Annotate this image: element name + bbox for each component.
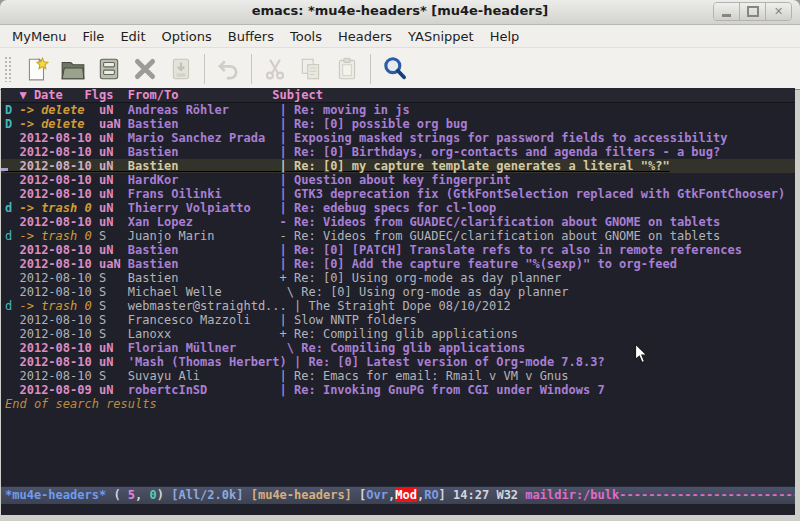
x-icon xyxy=(132,56,158,82)
message-row[interactable]: 2012-08-10 uN Xan Lopez - Re: Videos fro… xyxy=(1,215,795,229)
message-row[interactable]: 2012-08-09 uN robertcInSD | Re: Invoking… xyxy=(1,383,795,397)
modeline-segment-plain xyxy=(243,488,250,502)
window-title: emacs: *mu4e-headers* [mu4e-headers] xyxy=(0,3,800,18)
minimize-icon xyxy=(722,14,731,17)
emacs-frame: ▼ Date Flgs From/To Subject D -> delete … xyxy=(1,88,795,515)
close-buffer-button[interactable] xyxy=(127,52,163,86)
menu-item-help[interactable]: Help xyxy=(482,27,528,46)
modeline-segment-buffer: *mu4e-headers* xyxy=(5,488,106,502)
toolbar xyxy=(0,48,800,90)
modeline-segment-line: 5 xyxy=(128,488,135,502)
modeline-segment-plain: ( xyxy=(106,488,128,502)
modeline-segment-plain: 14:27 W32 xyxy=(453,488,525,502)
modeline-segment-size: [All/2.0k] xyxy=(171,488,243,502)
modeline-segment-plain: ) xyxy=(157,488,171,502)
message-row[interactable]: 2012-08-10 uN Mario Sanchez Prada | Expo… xyxy=(1,131,795,145)
modeline-segment-major-mode: [mu4e-headers] xyxy=(251,488,352,502)
undo-icon xyxy=(215,56,241,82)
copy-icon xyxy=(298,56,324,82)
emacs-window: emacs: *mu4e-headers* [mu4e-headers] ✕ M… xyxy=(0,0,800,521)
message-row[interactable]: 2012-08-10 uN Frans Oilinki | GTK3 depre… xyxy=(1,187,795,201)
message-list: D -> delete uN Andreas Röhler | Re: movi… xyxy=(1,103,795,397)
modeline-segment-modified: Mod xyxy=(395,488,417,502)
close-button[interactable]: ✕ xyxy=(765,3,791,20)
title-bar: emacs: *mu4e-headers* [mu4e-headers] ✕ xyxy=(0,0,800,25)
new-file-icon xyxy=(24,56,50,82)
maximize-icon xyxy=(747,6,759,17)
save-as-icon xyxy=(168,56,194,82)
search-icon xyxy=(381,55,408,82)
message-row[interactable]: 2012-08-10 uN Bastien | Re: [0] [PATCH] … xyxy=(1,243,795,257)
mode-line: *mu4e-headers* ( 5, 0) [All/2.0k] [mu4e-… xyxy=(1,486,795,504)
menu-item-headers[interactable]: Headers xyxy=(330,27,400,46)
menu-item-options[interactable]: Options xyxy=(154,27,220,46)
save-icon xyxy=(96,56,122,82)
cut-button xyxy=(257,52,293,86)
search-button[interactable] xyxy=(376,52,412,86)
message-row[interactable]: 2012-08-10 uN Bastien | Re: [0] my captu… xyxy=(1,159,795,173)
message-row[interactable]: 2012-08-10 uaN Bastien | Re: [0] Add the… xyxy=(1,257,795,271)
modeline-segment-flag: Ovr xyxy=(366,488,388,502)
menu-item-buffers[interactable]: Buffers xyxy=(220,27,282,46)
new-file-button[interactable] xyxy=(19,52,55,86)
message-row[interactable]: D -> delete uN Andreas Röhler | Re: movi… xyxy=(1,103,795,117)
open-folder-icon xyxy=(60,56,86,82)
menu-item-tools[interactable]: Tools xyxy=(282,27,330,46)
close-icon: ✕ xyxy=(774,6,783,17)
modeline-segment-col: 0 xyxy=(150,488,157,502)
toolbar-separator xyxy=(251,54,252,84)
scissors-icon xyxy=(262,56,288,82)
message-row[interactable]: 2012-08-10 S Bastien + Re: [0] Using org… xyxy=(1,271,795,285)
mouse-cursor xyxy=(634,343,649,364)
message-row[interactable]: d -> trash 0 S Juanjo Marin - Re: Videos… xyxy=(1,229,795,243)
menu-item-yasnippet[interactable]: YASnippet xyxy=(400,27,482,46)
menu-item-edit[interactable]: Edit xyxy=(112,27,153,46)
menu-item-mymenu[interactable]: MyMenu xyxy=(4,27,75,46)
message-row[interactable]: 2012-08-10 S Michael Welle \ Re: [0] Usi… xyxy=(1,285,795,299)
end-of-results-label: End of search results xyxy=(1,397,795,411)
toolbar-drag-handle[interactable] xyxy=(4,56,13,82)
message-row[interactable]: d -> trash 0 S webmaster@straightd... | … xyxy=(1,299,795,313)
message-row[interactable]: 2012-08-10 S Suvayu Ali | Re: Emacs for … xyxy=(1,369,795,383)
message-row[interactable]: 2012-08-10 uN Bastien | Re: [0] Birthday… xyxy=(1,145,795,159)
menu-item-file[interactable]: File xyxy=(75,27,113,46)
message-row[interactable]: 2012-08-10 uN 'Mash (Thomas Herbert) | R… xyxy=(1,355,795,369)
modeline-segment-plain: , xyxy=(135,488,149,502)
empty-buffer-area xyxy=(1,411,795,486)
echo-area xyxy=(1,504,795,515)
menu-bar: MyMenu File Edit Options Buffers Tools H… xyxy=(0,25,800,48)
maximize-button[interactable] xyxy=(739,3,765,20)
modeline-segment-plain: ] xyxy=(439,488,453,502)
open-file-button[interactable] xyxy=(55,52,91,86)
save-as-button xyxy=(163,52,199,86)
message-row[interactable]: 2012-08-10 S Francesco Mazzoli | Slow NN… xyxy=(1,313,795,327)
window-controls: ✕ xyxy=(713,2,792,21)
undo-button xyxy=(210,52,246,86)
copy-button xyxy=(293,52,329,86)
modeline-segment-dashes: ------------------------------ xyxy=(619,488,795,502)
modeline-segment-plain: [ xyxy=(352,488,366,502)
toolbar-separator xyxy=(204,54,205,84)
paste-button xyxy=(329,52,365,86)
message-row[interactable]: 2012-08-10 S Lanoxx + Re: Compiling glib… xyxy=(1,327,795,341)
message-row[interactable]: 2012-08-10 uN Florian Müllner \ Re: Comp… xyxy=(1,341,795,355)
minimize-button[interactable] xyxy=(714,3,739,20)
clipboard-icon xyxy=(334,56,360,82)
modeline-segment-maildir: maildir:/bulk xyxy=(525,488,619,502)
message-row[interactable]: 2012-08-10 uN HardKor | Question about k… xyxy=(1,173,795,187)
toolbar-separator xyxy=(370,54,371,84)
message-row[interactable]: d -> trash 0 uN Thierry Volpiatto | Re: … xyxy=(1,201,795,215)
headers-column-header[interactable]: ▼ Date Flgs From/To Subject xyxy=(1,88,795,103)
modeline-segment-flag: RO xyxy=(424,488,438,502)
save-button[interactable] xyxy=(91,52,127,86)
message-row[interactable]: D -> delete uaN Bastien | Re: [0] possib… xyxy=(1,117,795,131)
